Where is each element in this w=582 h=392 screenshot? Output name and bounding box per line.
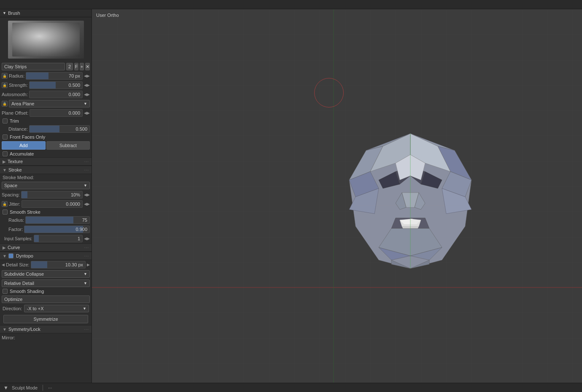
brush-section-header: ▼ Brush <box>0 9 92 17</box>
dyntopo-checkbox[interactable] <box>8 253 13 258</box>
relative-detail-label: Relative Detail <box>4 281 34 286</box>
smooth-stroke-row: Smooth Stroke <box>0 209 92 215</box>
brush-preview-image <box>12 23 80 56</box>
viewport-label: User Ortho <box>96 13 119 18</box>
stroke-title: Stroke <box>8 167 22 172</box>
strength-lock[interactable]: 🔒 <box>2 82 8 88</box>
stroke-method-value: Space <box>4 183 17 188</box>
symmetry-title: Symmetry/Lock <box>8 327 40 332</box>
viewport[interactable]: User Ortho <box>92 9 582 383</box>
bottom-divider <box>43 385 43 391</box>
jitter-value: 0.0000 <box>66 201 80 207</box>
area-plane-select[interactable]: Area Plane ▼ <box>9 100 90 107</box>
trim-checkbox[interactable] <box>3 118 8 124</box>
add-button[interactable]: Add <box>2 141 46 150</box>
texture-section[interactable]: ▶ Texture ··· <box>0 157 92 166</box>
smooth-factor-slider[interactable]: 0.900 <box>24 226 90 233</box>
brush-section-title: Brush <box>8 11 20 16</box>
sculpt-mode-label[interactable]: Sculpt Mode <box>12 385 38 390</box>
dyntopo-dots: ··· <box>84 254 89 258</box>
optimize-button[interactable]: Optimize <box>2 295 90 303</box>
plane-offset-value: 0.000 <box>68 110 80 115</box>
input-samples-label: Input Samples: <box>2 236 32 241</box>
autosmooth-arrow[interactable]: ◀▶ <box>84 92 90 97</box>
stroke-method-chevron: ▼ <box>84 183 87 188</box>
smooth-shading-label: Smooth Shading <box>10 289 44 294</box>
jitter-slider[interactable]: 0.0000 <box>22 200 83 208</box>
radius-slider[interactable]: 70 px <box>26 72 83 80</box>
brush-name-input[interactable] <box>2 63 65 70</box>
spacing-arrow[interactable]: ◀▶ <box>84 193 90 197</box>
symmetry-section[interactable]: ▼ Symmetry/Lock ··· <box>0 325 92 333</box>
radius-lock[interactable]: 🔒 <box>2 73 8 79</box>
subdivide-collapse-select[interactable]: Subdivide Collapse ▼ <box>2 270 90 278</box>
stroke-arrow: ▼ <box>3 168 7 172</box>
symmetrize-button[interactable]: Symmetrize <box>3 315 88 323</box>
dyntopo-section-header[interactable]: ▼ Dyntopo ··· <box>0 252 92 260</box>
bottom-dots: ··· <box>48 385 52 390</box>
area-plane-row: 🔒 Area Plane ▼ <box>0 99 92 108</box>
trim-label: Trim <box>10 118 19 124</box>
autosmooth-slider[interactable]: 0.000 <box>29 91 83 98</box>
jitter-arrow[interactable]: ◀▶ <box>84 202 90 206</box>
input-samples-arrow[interactable]: ◀▶ <box>84 236 90 241</box>
distance-value: 0.500 <box>75 126 87 132</box>
front-faces-label: Front Faces Only <box>10 134 45 140</box>
add-brush-button[interactable]: + <box>80 63 84 70</box>
detail-size-arrow[interactable]: ▶ <box>87 263 90 267</box>
smooth-shading-row: Smooth Shading <box>0 288 92 295</box>
optimize-row: Optimize <box>0 295 92 304</box>
spacing-row: Spacing: 10% ◀▶ <box>0 190 92 199</box>
texture-title: Texture <box>8 159 23 164</box>
sculpt-mode-icon: ▼ <box>3 385 8 391</box>
strength-row: 🔒 Strength: 0.500 ◀▶ <box>0 81 92 90</box>
spacing-slider[interactable]: 10% <box>21 191 83 199</box>
stroke-section-header[interactable]: ▼ Stroke ··· <box>0 166 92 174</box>
brush-section-arrow: ▼ <box>3 11 6 15</box>
jitter-lock[interactable]: 🔒 <box>2 201 8 207</box>
spacing-label: Spacing: <box>2 192 20 197</box>
smooth-shading-checkbox[interactable] <box>3 289 8 294</box>
distance-slider[interactable]: 0.500 <box>29 125 90 133</box>
smooth-radius-slider[interactable]: 75 <box>25 216 90 224</box>
distance-row: Distance: 0.500 <box>0 124 92 134</box>
remove-brush-button[interactable]: ✕ <box>85 63 90 70</box>
direction-select[interactable]: -X to +X ▼ <box>24 305 89 312</box>
subtract-button[interactable]: Subtract <box>46 141 90 150</box>
optimize-label: Optimize <box>4 297 22 302</box>
detail-size-slider[interactable]: 10.30 px <box>31 261 86 268</box>
brush-name-row: 2 F + ✕ <box>0 62 92 71</box>
spacing-value: 10% <box>71 192 80 197</box>
symmetry-dots: ··· <box>84 327 89 332</box>
stroke-method-select[interactable]: Space ▼ <box>2 182 90 189</box>
autosmooth-value: 0.000 <box>68 92 80 97</box>
radius-arrow[interactable]: ◀▶ <box>84 74 90 78</box>
accumulate-checkbox[interactable] <box>3 151 8 156</box>
detail-size-row: ◀ Detail Size: 10.30 px ▶ <box>0 260 92 269</box>
strength-label: Strength: <box>9 83 28 88</box>
plane-offset-label: Plane Offset: <box>2 110 28 115</box>
autosmooth-row: Autosmooth: 0.000 ◀▶ <box>0 90 92 99</box>
smooth-radius-label: Radius: <box>2 217 24 223</box>
detail-size-value: 10.30 px <box>65 262 83 267</box>
brush-number[interactable]: 2 <box>66 63 73 70</box>
stroke-dots: ··· <box>84 168 89 172</box>
plane-offset-slider[interactable]: 0.000 <box>30 109 83 117</box>
strength-arrow[interactable]: ◀▶ <box>84 83 90 87</box>
area-plane-lock[interactable]: 🔒 <box>2 101 8 107</box>
input-samples-slider[interactable]: 1 <box>34 235 83 242</box>
stroke-method-row: Stroke Method: <box>0 174 92 181</box>
strength-slider[interactable]: 0.500 <box>29 81 83 89</box>
f-button[interactable]: F <box>74 63 78 70</box>
mirror-row: Mirror: <box>0 333 92 342</box>
smooth-stroke-checkbox[interactable] <box>3 209 8 215</box>
plane-offset-arrow[interactable]: ◀▶ <box>84 111 90 115</box>
distance-label: Distance: <box>2 126 28 132</box>
front-faces-checkbox[interactable] <box>3 134 8 140</box>
relative-detail-select[interactable]: Relative Detail ▼ <box>2 279 90 287</box>
strength-value: 0.500 <box>68 83 80 88</box>
curve-section[interactable]: ▶ Curve ··· <box>0 243 92 252</box>
brush-circle <box>314 78 344 107</box>
stroke-method-label: Stroke Method: <box>3 175 34 180</box>
radius-label: Radius: <box>9 73 24 78</box>
